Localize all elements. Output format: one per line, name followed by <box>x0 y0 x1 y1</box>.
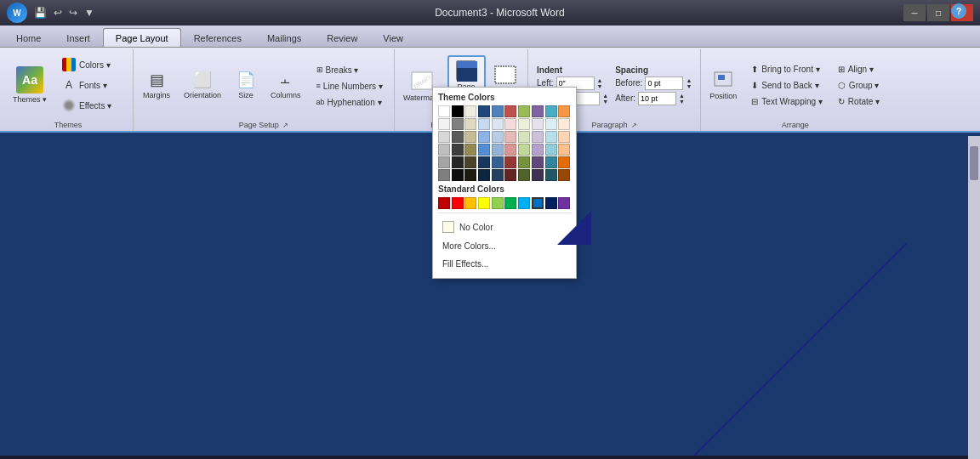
fill-effects-option[interactable]: Fill Effects... <box>438 255 571 273</box>
standard-color-5[interactable] <box>504 197 516 209</box>
rotate-button[interactable]: ↻ Rotate ▾ <box>832 94 886 109</box>
theme-color-33[interactable] <box>478 144 490 156</box>
theme-color-14[interactable] <box>492 118 504 130</box>
theme-color-50[interactable] <box>438 169 450 181</box>
theme-color-20[interactable] <box>438 131 450 143</box>
theme-color-17[interactable] <box>532 118 544 130</box>
theme-color-16[interactable] <box>518 118 530 130</box>
theme-color-52[interactable] <box>464 169 476 181</box>
theme-color-32[interactable] <box>464 144 476 156</box>
theme-color-3[interactable] <box>478 105 490 117</box>
theme-color-2[interactable] <box>464 105 476 117</box>
more-colors-option[interactable]: More Colors... <box>438 237 571 255</box>
margins-button[interactable]: ▤ Margins <box>137 66 176 104</box>
theme-color-53[interactable] <box>478 169 490 181</box>
theme-color-40[interactable] <box>438 156 450 168</box>
theme-color-57[interactable] <box>532 169 544 181</box>
help-button[interactable]: ? <box>951 3 966 19</box>
text-wrapping-button[interactable]: ⊟ Text Wrapping ▾ <box>745 94 829 109</box>
undo-icon[interactable]: ↩ <box>52 5 64 20</box>
spacing-after-spinner[interactable]: ▲ ▼ <box>679 93 685 105</box>
theme-color-6[interactable] <box>518 105 530 117</box>
theme-color-36[interactable] <box>518 144 530 156</box>
theme-color-9[interactable] <box>558 105 570 117</box>
theme-color-28[interactable] <box>545 131 557 143</box>
theme-color-12[interactable] <box>464 118 476 130</box>
orientation-button[interactable]: ⬜ Orientation <box>178 66 227 104</box>
maximize-button[interactable]: □ <box>927 4 949 21</box>
theme-color-59[interactable] <box>558 169 570 181</box>
tab-mailings[interactable]: Mailings <box>254 28 314 47</box>
spacing-before-spinner[interactable]: ▲ ▼ <box>686 77 692 89</box>
hyphenation-button[interactable]: ab Hyphenation ▾ <box>312 95 387 110</box>
colors-button[interactable]: Colors ▾ <box>58 55 126 74</box>
theme-color-21[interactable] <box>452 131 464 143</box>
tab-insert[interactable]: Insert <box>54 28 103 47</box>
fonts-button[interactable]: A Fonts ▾ <box>58 76 126 94</box>
redo-icon[interactable]: ↪ <box>67 5 79 20</box>
indent-left-spinner[interactable]: ▲ ▼ <box>597 77 603 89</box>
theme-color-19[interactable] <box>558 118 570 130</box>
theme-color-34[interactable] <box>492 144 504 156</box>
theme-color-8[interactable] <box>545 105 557 117</box>
theme-color-35[interactable] <box>504 144 516 156</box>
theme-color-23[interactable] <box>478 131 490 143</box>
standard-color-4[interactable] <box>492 197 504 209</box>
theme-color-13[interactable] <box>478 118 490 130</box>
theme-color-4[interactable] <box>492 105 504 117</box>
theme-color-47[interactable] <box>532 156 544 168</box>
save-icon[interactable]: 💾 <box>32 5 48 20</box>
standard-color-2[interactable] <box>464 197 476 209</box>
theme-color-41[interactable] <box>452 156 464 168</box>
theme-color-42[interactable] <box>464 156 476 168</box>
paragraph-expand[interactable]: ↗ <box>631 122 637 129</box>
theme-color-54[interactable] <box>492 169 504 181</box>
standard-color-7[interactable] <box>532 197 544 209</box>
theme-color-7[interactable] <box>532 105 544 117</box>
theme-color-10[interactable] <box>438 118 450 130</box>
theme-color-38[interactable] <box>545 144 557 156</box>
minimize-button[interactable]: ─ <box>903 4 926 21</box>
themes-button[interactable]: Aa Themes ▾ <box>7 62 53 108</box>
effects-button[interactable]: Effects ▾ <box>58 96 126 115</box>
indent-right-spinner[interactable]: ▲ ▼ <box>602 93 608 105</box>
theme-color-56[interactable] <box>518 169 530 181</box>
spacing-before-input[interactable] <box>645 76 683 90</box>
spacing-after-input[interactable] <box>638 92 676 105</box>
theme-color-44[interactable] <box>492 156 504 168</box>
tab-home[interactable]: Home <box>3 28 54 47</box>
theme-color-24[interactable] <box>492 131 504 143</box>
standard-color-9[interactable] <box>558 197 570 209</box>
standard-color-3[interactable] <box>478 197 490 209</box>
theme-color-15[interactable] <box>504 118 516 130</box>
theme-color-55[interactable] <box>504 169 516 181</box>
tab-page-layout[interactable]: Page Layout <box>103 28 181 47</box>
theme-color-5[interactable] <box>504 105 516 117</box>
theme-color-51[interactable] <box>452 169 464 181</box>
theme-color-27[interactable] <box>532 131 544 143</box>
page-setup-expand[interactable]: ↗ <box>282 122 288 129</box>
customize-icon[interactable]: ▼ <box>83 5 96 20</box>
theme-color-48[interactable] <box>545 156 557 168</box>
group-button[interactable]: ⬡ Group ▾ <box>832 78 886 93</box>
theme-color-49[interactable] <box>558 156 570 168</box>
scrollbar-thumb[interactable] <box>970 146 978 180</box>
theme-color-30[interactable] <box>438 144 450 156</box>
theme-color-29[interactable] <box>558 131 570 143</box>
theme-color-0[interactable] <box>438 105 450 117</box>
theme-color-26[interactable] <box>518 131 530 143</box>
columns-button[interactable]: ⫠ Columns <box>265 67 307 104</box>
theme-color-39[interactable] <box>558 144 570 156</box>
standard-color-6[interactable] <box>518 197 530 209</box>
size-button[interactable]: 📄 Size <box>229 66 263 104</box>
line-numbers-button[interactable]: ≡ Line Numbers ▾ <box>312 79 387 94</box>
theme-color-22[interactable] <box>464 131 476 143</box>
breaks-button[interactable]: ⊞ Breaks ▾ <box>312 63 387 77</box>
theme-color-25[interactable] <box>504 131 516 143</box>
scrollbar-right[interactable] <box>968 136 980 456</box>
theme-color-11[interactable] <box>452 118 464 130</box>
theme-color-18[interactable] <box>545 118 557 130</box>
theme-color-43[interactable] <box>478 156 490 168</box>
theme-color-31[interactable] <box>452 144 464 156</box>
bring-to-front-button[interactable]: ⬆ Bring to Front ▾ <box>745 62 829 76</box>
